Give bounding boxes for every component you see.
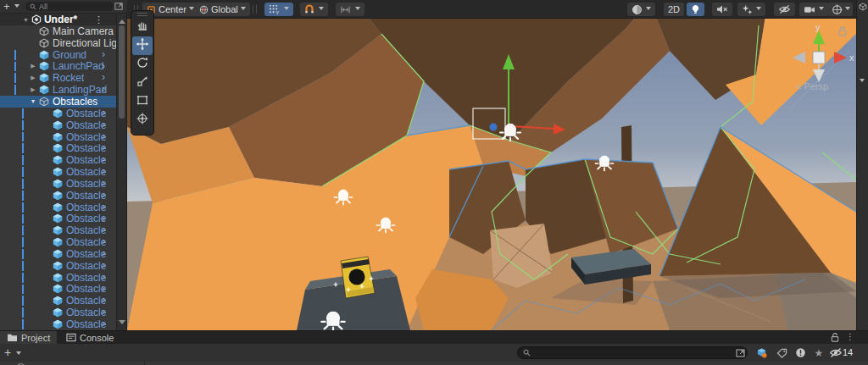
panel-dropdown-icon[interactable] (860, 79, 865, 85)
prefab-chevron-icon[interactable]: › (102, 260, 105, 272)
hierarchy-item-directional-lig[interactable]: Directional Lig (0, 37, 117, 49)
scale-tool-button[interactable] (132, 74, 153, 92)
create-asset-dropdown-icon[interactable] (16, 351, 21, 357)
hierarchy-item-obstacle[interactable]: Obstacle› (0, 295, 117, 307)
prefab-chevron-icon[interactable]: › (102, 178, 105, 190)
expander-icon[interactable]: ▶ (27, 86, 39, 93)
hierarchy-item-ground[interactable]: Ground› (0, 49, 117, 61)
eye-slash-icon[interactable] (827, 346, 844, 360)
kebab-menu-icon[interactable]: ⋮ (846, 332, 854, 341)
hierarchy-item-obstacle[interactable]: Obstacle› (0, 178, 117, 190)
package-icon[interactable] (753, 346, 770, 360)
gizmo-center-cube[interactable] (813, 52, 825, 64)
tab-project[interactable]: Project (0, 331, 57, 344)
scene-visibility-button[interactable] (774, 3, 795, 16)
project-search-input[interactable] (517, 346, 748, 359)
hierarchy-item-rocket[interactable]: ▶Rocket› (0, 72, 117, 84)
scene-camera-button[interactable] (799, 3, 828, 16)
hierarchy-item-obstacle[interactable]: Obstacle› (0, 260, 117, 272)
rotate-tool-button[interactable] (132, 55, 153, 74)
z-axis-handle[interactable] (490, 124, 498, 131)
move-tool-button[interactable] (132, 36, 153, 55)
palette-drag-handle[interactable] (131, 11, 153, 18)
prefab-chevron-icon[interactable]: › (102, 272, 105, 284)
hierarchy-item-obstacle[interactable]: Obstacle› (0, 272, 117, 284)
kebab-menu-icon[interactable]: ⋮ (94, 14, 103, 25)
collapsed-panel-strip[interactable] (856, 0, 868, 330)
open-window-icon[interactable] (732, 346, 749, 360)
prefab-chevron-icon[interactable]: › (102, 142, 105, 154)
prefab-chevron-icon[interactable]: › (102, 131, 105, 143)
audio-mute-button[interactable] (712, 3, 732, 16)
expander-icon[interactable]: ▼ (23, 17, 29, 23)
scene-header-row[interactable]: ▼ Under* ⋮ (0, 14, 117, 25)
prefab-chevron-icon[interactable]: › (102, 248, 105, 260)
prefab-chevron-icon[interactable]: › (102, 213, 105, 225)
tab-console[interactable]: Console (59, 331, 120, 344)
hierarchy-item-obstacle[interactable]: Obstacle› (0, 224, 117, 236)
prefab-chevron-icon[interactable]: › (102, 307, 105, 318)
scene-lighting-button[interactable] (687, 3, 704, 16)
hierarchy-item-obstacle[interactable]: Obstacle› (0, 119, 117, 131)
scroll-up-icon[interactable] (119, 16, 125, 24)
grid-snap-button[interactable]: Y (264, 3, 293, 16)
create-object-button[interactable]: + (3, 0, 10, 13)
view-hand-tool-button[interactable] (132, 18, 153, 36)
increment-snap-button[interactable] (336, 3, 364, 16)
prefab-chevron-icon[interactable]: › (102, 154, 105, 166)
gizmos-button[interactable] (827, 3, 853, 16)
hierarchy-item-obstacle[interactable]: Obstacle› (0, 108, 117, 119)
scene-view[interactable]: y x < Persp Center Global (127, 0, 856, 330)
hierarchy-item-launchpad[interactable]: ▶LaunchPad› (0, 61, 117, 73)
hierarchy-item-landingpad[interactable]: ▶LandingPad› (0, 84, 117, 96)
prefab-chevron-icon[interactable]: › (102, 202, 105, 213)
expander-icon[interactable]: ▶ (27, 63, 39, 69)
2d-view-button[interactable]: 2D (664, 3, 684, 16)
favorite-star-icon[interactable]: ★ (810, 346, 827, 360)
hierarchy-item-obstacle[interactable]: Obstacle› (0, 284, 117, 296)
hierarchy-item-obstacle[interactable]: Obstacle› (0, 202, 117, 213)
hierarchy-item-obstacle[interactable]: Obstacle› (0, 307, 117, 318)
hierarchy-item-obstacles[interactable]: ▼Obstacles (0, 96, 117, 108)
prefab-chevron-icon[interactable]: › (102, 49, 105, 61)
prefab-chevron-icon[interactable]: › (102, 318, 105, 330)
hierarchy-item-obstacle[interactable]: Obstacle› (0, 236, 117, 248)
hierarchy-item-obstacle[interactable]: Obstacle› (0, 213, 117, 225)
scroll-down-icon[interactable] (119, 320, 125, 328)
prefab-chevron-icon[interactable]: › (102, 84, 105, 96)
scrollbar-thumb[interactable] (119, 25, 125, 119)
expander-icon[interactable]: ▼ (27, 98, 39, 104)
hierarchy-item-obstacle[interactable]: Obstacle› (0, 166, 117, 178)
hierarchy-item-obstacle[interactable]: Obstacle› (0, 248, 117, 260)
orientation-mode-button[interactable]: Global (195, 3, 250, 16)
hierarchy-item-obstacle[interactable]: Obstacle› (0, 318, 117, 330)
prefab-chevron-icon[interactable]: › (102, 61, 105, 73)
transform-tool-button[interactable] (132, 111, 153, 130)
shading-mode-button[interactable] (627, 3, 655, 16)
hierarchy-search-input[interactable]: All (25, 2, 114, 11)
create-asset-button[interactable]: + (4, 346, 11, 359)
rect-tool-button[interactable] (132, 92, 153, 111)
label-tag-icon[interactable] (773, 346, 790, 360)
effects-button[interactable] (737, 3, 765, 16)
expander-icon[interactable]: ▶ (27, 75, 39, 81)
create-dropdown-icon[interactable] (14, 4, 19, 10)
hierarchy-item-obstacle[interactable]: Obstacle› (0, 190, 117, 202)
prefab-chevron-icon[interactable]: › (102, 236, 105, 248)
projection-label[interactable]: < Persp (796, 81, 828, 91)
scene-canvas[interactable]: y x < Persp (127, 0, 856, 330)
prefab-chevron-icon[interactable]: › (102, 108, 105, 119)
hierarchy-item-obstacle[interactable]: Obstacle› (0, 131, 117, 143)
hierarchy-scrollbar[interactable] (116, 14, 126, 330)
padlock-open-icon[interactable] (831, 333, 839, 342)
warning-icon[interactable] (792, 346, 809, 360)
prefab-chevron-icon[interactable]: › (102, 119, 105, 131)
hierarchy-item-main-camera[interactable]: Main Camera (0, 25, 117, 37)
hierarchy-item-obstacle[interactable]: Obstacle› (0, 142, 117, 154)
prefab-chevron-icon[interactable]: › (102, 72, 105, 84)
prefab-chevron-icon[interactable]: › (102, 224, 105, 236)
prefab-chevron-icon[interactable]: › (102, 284, 105, 296)
prefab-chevron-icon[interactable]: › (102, 295, 105, 307)
prefab-chevron-icon[interactable]: › (102, 166, 105, 178)
prefab-chevron-icon[interactable]: › (102, 190, 105, 202)
